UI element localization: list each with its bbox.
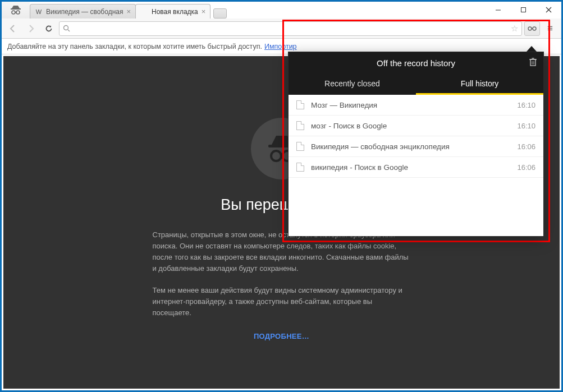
history-item-time: 16:06 <box>517 142 535 151</box>
tab-recently-closed[interactable]: Recently closed <box>289 73 416 95</box>
maximize-button[interactable] <box>511 2 536 17</box>
history-item-title: Мозг — Википедия <box>311 101 517 109</box>
svg-rect-0 <box>11 8 21 10</box>
history-popup: Off the record history Recently closed F… <box>288 52 544 237</box>
new-tab-button[interactable] <box>213 8 227 19</box>
document-icon <box>296 100 304 109</box>
svg-point-8 <box>64 26 68 30</box>
import-bookmarks-link[interactable]: Импортир <box>264 43 297 50</box>
window-controls <box>486 2 561 17</box>
svg-line-9 <box>68 30 70 31</box>
incognito-icon <box>10 4 22 16</box>
tab-label: Википедия — свободная <box>46 8 123 16</box>
address-bar[interactable]: ☆ <box>59 21 522 36</box>
document-icon <box>296 163 304 172</box>
bookmarks-hint-text: Добавляйте на эту панель закладки, к кот… <box>7 43 262 50</box>
tab-full-history[interactable]: Full history <box>416 73 543 95</box>
tabs-row: W Википедия — свободная × Новая вкладка … <box>30 2 486 19</box>
history-item[interactable]: Мозг — Википедия 16:10 <box>289 95 543 116</box>
bookmark-star-icon[interactable]: ☆ <box>511 24 518 34</box>
browser-tab[interactable]: Новая вкладка × <box>135 4 210 19</box>
browser-toolbar: ☆ ≡ <box>2 19 561 39</box>
back-button[interactable] <box>5 21 21 36</box>
tab-close-icon[interactable]: × <box>126 7 131 16</box>
svg-rect-16 <box>530 59 535 66</box>
clear-history-button[interactable] <box>529 58 537 66</box>
glasses-icon <box>528 26 537 31</box>
extension-button[interactable] <box>524 21 540 36</box>
history-item[interactable]: мозг - Поиск в Google 16:10 <box>289 116 543 136</box>
document-icon <box>296 142 304 151</box>
history-item[interactable]: Википедия — свободная энциклопедия 16:06 <box>289 136 543 157</box>
wikipedia-favicon: W <box>35 8 43 16</box>
svg-point-2 <box>16 11 20 14</box>
history-item-time: 16:10 <box>517 101 535 109</box>
svg-point-1 <box>12 11 15 14</box>
svg-rect-5 <box>521 7 526 12</box>
history-item-time: 16:10 <box>517 122 535 130</box>
incognito-paragraph: Тем не менее ваши действия будут видны с… <box>153 285 411 319</box>
forward-button[interactable] <box>23 21 39 36</box>
address-input[interactable] <box>74 24 507 33</box>
browser-tab[interactable]: W Википедия — свободная × <box>30 4 136 19</box>
main-menu-button[interactable]: ≡ <box>542 21 558 36</box>
history-item[interactable]: википедия - Поиск в Google 16:06 <box>289 157 543 178</box>
document-icon <box>296 121 304 130</box>
trash-icon <box>529 58 537 66</box>
arrow-left-icon <box>8 24 17 33</box>
window-titlebar: W Википедия — свободная × Новая вкладка … <box>2 2 561 19</box>
learn-more-link[interactable]: ПОДРОБНЕЕ… <box>254 332 309 340</box>
svg-point-10 <box>528 27 532 30</box>
popup-header: Off the record history Recently closed F… <box>289 52 543 95</box>
reload-button[interactable] <box>41 21 57 36</box>
minimize-button[interactable] <box>486 2 511 17</box>
svg-point-11 <box>533 27 536 30</box>
popup-title: Off the record history <box>377 58 455 68</box>
hamburger-icon: ≡ <box>547 23 553 34</box>
history-list: Мозг — Википедия 16:10 мозг - Поиск в Go… <box>289 95 543 236</box>
history-item-time: 16:06 <box>517 163 535 172</box>
tab-close-icon[interactable]: × <box>202 7 206 16</box>
svg-point-14 <box>271 151 281 161</box>
history-item-title: Википедия — свободная энциклопедия <box>311 142 517 151</box>
blank-favicon <box>140 8 148 16</box>
history-item-title: википедия - Поиск в Google <box>311 163 517 172</box>
popup-arrow <box>527 46 537 52</box>
close-window-button[interactable] <box>536 2 561 17</box>
search-icon <box>63 25 70 32</box>
incognito-badge <box>2 2 30 19</box>
arrow-right-icon <box>26 24 35 33</box>
reload-icon <box>44 24 53 33</box>
tab-label: Новая вкладка <box>152 8 198 16</box>
history-item-title: мозг - Поиск в Google <box>311 122 517 130</box>
